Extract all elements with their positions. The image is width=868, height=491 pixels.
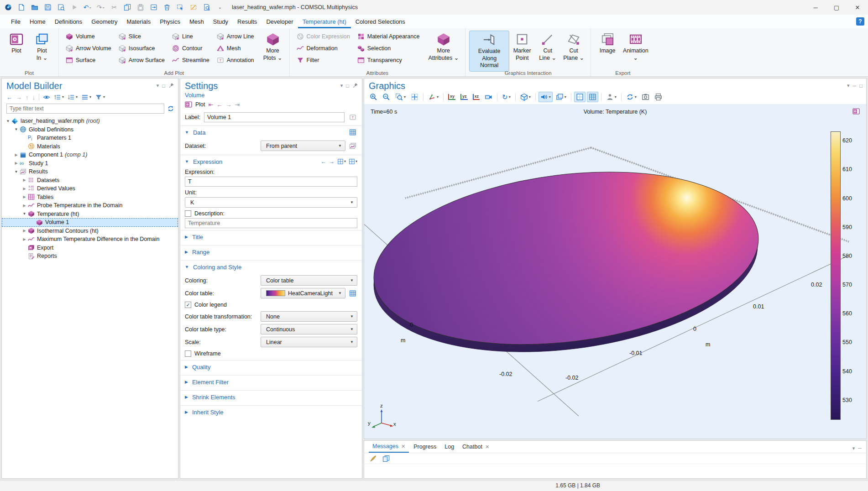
panel-menu-chevron-icon[interactable]: ▾ bbox=[340, 83, 343, 89]
section-shrink-elements[interactable]: ▶ Shrink Elements bbox=[180, 390, 362, 403]
slice-button[interactable]: Slice bbox=[115, 31, 168, 42]
tab-study[interactable]: Study bbox=[209, 15, 233, 28]
paste-icon[interactable] bbox=[136, 3, 145, 12]
isosurface-button[interactable]: Isosurface bbox=[115, 42, 168, 54]
tree-filter-input[interactable] bbox=[6, 104, 164, 114]
insert-expression-button[interactable]: ▾ bbox=[337, 158, 346, 165]
tab-developer[interactable]: Developer bbox=[261, 15, 298, 28]
panel-menu-chevron-icon[interactable]: ▾ bbox=[852, 445, 855, 451]
panel-pin-icon[interactable] bbox=[352, 83, 358, 89]
show-legends-icon[interactable] bbox=[587, 92, 598, 102]
go-to-source-icon[interactable] bbox=[348, 141, 357, 151]
filter-button[interactable]: Filter bbox=[293, 54, 353, 66]
expander-open-icon[interactable]: ▼ bbox=[13, 170, 20, 174]
open-file-icon[interactable] bbox=[30, 3, 39, 12]
panel-menu-chevron-icon[interactable]: ▾ bbox=[157, 83, 159, 89]
zoom-out-icon[interactable] bbox=[381, 92, 392, 102]
evaluate-along-normal-button[interactable]: Evaluate Along Normal bbox=[469, 31, 509, 72]
snapshot-icon[interactable] bbox=[640, 92, 651, 102]
model-tree-nodes-button[interactable]: ▾ bbox=[81, 94, 91, 101]
animation-button[interactable]: Animation ⌄ bbox=[620, 31, 651, 63]
tab-definitions[interactable]: Definitions bbox=[50, 15, 87, 28]
scene-windows-icon[interactable]: ▾ bbox=[554, 92, 568, 102]
expression-back-icon[interactable]: ← bbox=[321, 158, 326, 165]
go-to-xz-view-icon[interactable]: xz bbox=[471, 93, 482, 101]
show-eye-icon[interactable] bbox=[43, 94, 50, 101]
color-legend-checkbox[interactable]: ✓ bbox=[185, 302, 191, 308]
streamline-button[interactable]: Streamline bbox=[169, 54, 213, 66]
tab-chatbot[interactable]: Chatbot✕ bbox=[459, 441, 493, 453]
color-table-type-select[interactable]: Continuous▼ bbox=[261, 324, 357, 334]
expander-closed-icon[interactable]: ▶ bbox=[13, 153, 20, 157]
description-input[interactable] bbox=[185, 218, 357, 228]
refresh-icon[interactable] bbox=[167, 105, 174, 112]
graphics-canvas[interactable]: Time=60 s Volume: Temperature (K) bbox=[364, 104, 866, 439]
tree-item-probe-temperature[interactable]: ▶Probe Temperature in the Domain bbox=[2, 201, 178, 210]
scale-select[interactable]: Linear▼ bbox=[261, 337, 357, 347]
close-tab-icon[interactable]: ✕ bbox=[485, 444, 489, 450]
cut-icon[interactable]: ✂ bbox=[110, 3, 119, 12]
redo-icon[interactable]: ↷⌄ bbox=[96, 3, 105, 12]
close-tab-icon[interactable]: ✕ bbox=[401, 444, 405, 449]
dataset-settings-icon[interactable] bbox=[348, 128, 357, 137]
nav-back-icon[interactable]: ← bbox=[6, 94, 12, 101]
color-table-select[interactable]: HeatCameraLight ▼ bbox=[261, 288, 345, 298]
tree-item-results[interactable]: ▼Results bbox=[2, 167, 178, 176]
move-down-button[interactable]: ▾ bbox=[68, 94, 78, 101]
expression-input[interactable] bbox=[185, 177, 357, 187]
color-table-editor-icon[interactable] bbox=[348, 289, 357, 298]
save-preview-icon[interactable] bbox=[57, 3, 66, 12]
expander-closed-icon[interactable]: ▶ bbox=[21, 204, 28, 208]
tab-geometry[interactable]: Geometry bbox=[87, 15, 122, 28]
print-icon[interactable] bbox=[653, 92, 664, 102]
expander-closed-icon[interactable]: ▶ bbox=[13, 161, 20, 165]
tree-item-global-definitions[interactable]: ▼Global Definitions bbox=[2, 125, 178, 134]
tab-materials[interactable]: Materials bbox=[122, 15, 155, 28]
clear-selection-icon[interactable] bbox=[189, 3, 198, 12]
panel-float-icon[interactable]: □ bbox=[162, 83, 165, 89]
section-data[interactable]: ▼ Data bbox=[180, 125, 362, 139]
toolbar-overflow-icon[interactable]: ⌄ bbox=[215, 3, 225, 12]
zoom-in-icon[interactable] bbox=[368, 92, 379, 102]
section-inherit-style[interactable]: ▶ Inherit Style bbox=[180, 405, 362, 418]
tree-item-component-1[interactable]: ▶Component 1(comp 1) bbox=[2, 151, 178, 159]
tree-item-datasets[interactable]: ▶Datasets bbox=[2, 176, 178, 185]
section-coloring-and-style[interactable]: ▼ Coloring and Style bbox=[180, 260, 362, 273]
dataset-select[interactable]: From parent ▼ bbox=[261, 141, 345, 151]
undo-icon[interactable]: ↶⌄ bbox=[83, 3, 92, 12]
panel-menu-chevron-icon[interactable]: ▾ bbox=[847, 83, 850, 89]
nav-up-icon[interactable]: ↑ bbox=[26, 94, 29, 101]
tab-results[interactable]: Results bbox=[233, 15, 261, 28]
go-to-xy-view-icon[interactable]: xy bbox=[446, 93, 457, 101]
panel-minimize-icon[interactable]: ─ bbox=[853, 83, 857, 89]
annotation-button[interactable]: Annotation bbox=[214, 54, 257, 66]
expander-open-icon[interactable]: ▼ bbox=[21, 212, 28, 216]
messages-content[interactable] bbox=[364, 464, 866, 478]
expander-closed-icon[interactable]: ▶ bbox=[21, 237, 28, 241]
maximize-button[interactable]: ▢ bbox=[826, 0, 847, 15]
tree-item-max-temp-difference[interactable]: ▶Maximum Temperature Difference in the D… bbox=[2, 235, 178, 244]
plot-in-button[interactable]: Plot In ⌄ bbox=[29, 31, 55, 63]
axis-orientation-icon[interactable]: ▾ bbox=[426, 92, 440, 102]
panel-minimize-icon[interactable]: ─ bbox=[858, 445, 862, 451]
first-person-view-icon[interactable]: ▾ bbox=[604, 92, 618, 102]
expander-closed-icon[interactable]: ▶ bbox=[21, 195, 28, 199]
tree-item-root[interactable]: ▼laser_heating_wafer.mph(root) bbox=[2, 117, 178, 125]
plot-button[interactable]: Plot bbox=[4, 31, 29, 57]
tab-log[interactable]: Log bbox=[441, 441, 458, 453]
arrow-line-button[interactable]: Arrow Line bbox=[214, 31, 257, 42]
replace-expression-button[interactable]: ▾ bbox=[349, 158, 357, 165]
deformation-button[interactable]: Deformation bbox=[293, 42, 353, 54]
expander-open-icon[interactable]: ▼ bbox=[5, 119, 11, 123]
coloring-select[interactable]: Color table▼ bbox=[261, 275, 357, 286]
tab-messages[interactable]: Messages✕ bbox=[369, 441, 409, 453]
tree-filter-button[interactable]: ▾ bbox=[95, 94, 105, 101]
panel-float-icon[interactable]: □ bbox=[346, 83, 349, 89]
arrow-surface-button[interactable]: Arrow Surface bbox=[115, 54, 168, 66]
zoom-box-icon[interactable]: ▾ bbox=[393, 92, 408, 102]
update-plot-icon[interactable]: ▾ bbox=[624, 92, 638, 102]
tab-home[interactable]: Home bbox=[25, 15, 50, 28]
tab-colored-selections[interactable]: Colored Selections bbox=[351, 15, 410, 28]
tab-file[interactable]: File bbox=[6, 15, 25, 28]
expander-closed-icon[interactable]: ▶ bbox=[21, 178, 28, 182]
